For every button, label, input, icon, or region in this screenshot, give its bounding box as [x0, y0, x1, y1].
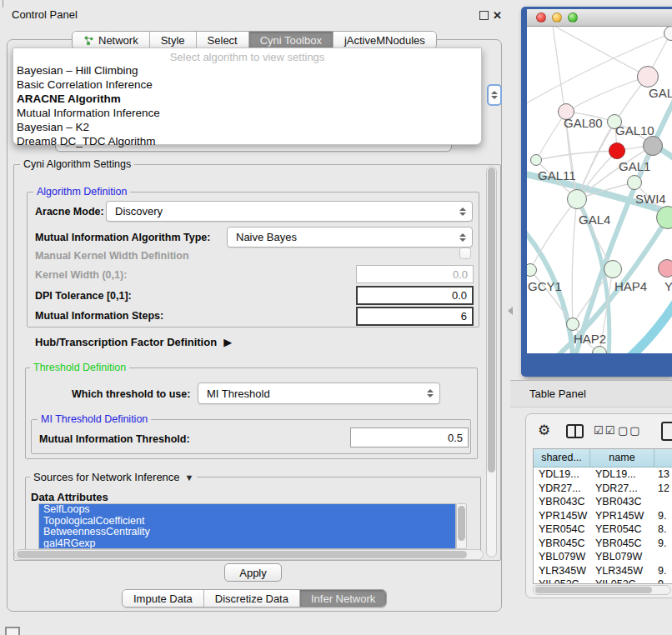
tab-jactivemnodules[interactable]: jActiveMNodules [333, 32, 436, 48]
manual-kernel-checkbox[interactable] [459, 248, 471, 259]
column-header-shared-name[interactable]: shared... [534, 449, 590, 467]
table-row[interactable]: YBR043CYBR043C [534, 495, 672, 509]
panel-splitter-handle[interactable] [508, 307, 513, 315]
table-row[interactable]: YPR145WYPR145W9. [534, 509, 672, 523]
attribute-item[interactable]: gal4RGexp [39, 538, 455, 550]
minimize-window-icon[interactable] [552, 12, 562, 22]
split-columns-icon[interactable] [566, 424, 584, 438]
network-node-red[interactable] [609, 142, 625, 159]
algorithm-option-basic-correlation[interactable]: Basic Correlation Inference [13, 78, 481, 92]
tab-infer-network[interactable]: Infer Network [300, 590, 386, 607]
kernel-width-field[interactable]: 0.0 [356, 265, 474, 283]
table-row[interactable]: YDL19...YDL19...13 [534, 468, 672, 482]
algorithm-option-mutual-information[interactable]: Mutual Information Inference [13, 106, 481, 120]
data-attributes-label: Data Attributes [31, 491, 108, 503]
table-row[interactable]: YER054CYER054C8. [534, 522, 672, 537]
expanded-arrow-icon: ▼ [185, 472, 194, 482]
attribute-item[interactable]: TopologicalCoefficient [39, 516, 455, 528]
network-window: GAL GAL80 GAL10 GAL11 GAL1 GAL4 SWI4 GCY… [521, 7, 672, 377]
float-panel-button[interactable] [479, 11, 489, 20]
column-header-clipped[interactable] [654, 449, 672, 467]
table-row[interactable]: YDR27...YDR27...12 [534, 482, 672, 496]
tab-cyni-toolbox[interactable]: Cyni Toolbox [249, 32, 333, 48]
control-panel-tabbar: Network Style Select Cyni Toolbox jActiv… [72, 31, 437, 49]
select-all-rows-icon[interactable]: ☑☑ [594, 424, 616, 437]
table-horizontal-scrollbar[interactable] [533, 585, 671, 595]
mi-threshold-field[interactable]: 0.5 [350, 428, 469, 448]
network-node[interactable] [637, 66, 659, 88]
network-canvas[interactable]: GAL GAL80 GAL10 GAL11 GAL1 GAL4 SWI4 GCY… [527, 27, 672, 353]
network-node-pink[interactable] [658, 259, 672, 278]
gear-icon[interactable]: ⚙ [538, 422, 550, 439]
node-label-clipped: Y [664, 279, 672, 293]
network-node-gal1[interactable] [627, 175, 642, 190]
table-row[interactable]: YIL052CYIL052C9 [534, 578, 672, 584]
network-node-gal11[interactable] [530, 154, 542, 166]
network-node-hap4[interactable] [604, 260, 622, 278]
table-horizontal-scrollbar-thumb[interactable] [535, 587, 652, 593]
dpi-tolerance-label: DPI Tolerance [0,1]: [35, 290, 132, 302]
table-panel-title: Table Panel [510, 381, 672, 400]
table-mode-icon[interactable] [661, 422, 672, 441]
mi-type-combo[interactable]: Naive Bayes [227, 227, 473, 248]
settings-horizontal-scrollbar[interactable] [14, 549, 484, 560]
mi-steps-field[interactable]: 6 [356, 307, 474, 326]
node-label-hap2: HAP2 [574, 332, 606, 346]
network-window-titlebar[interactable] [527, 9, 672, 27]
close-panel-button[interactable]: ✕ [493, 10, 502, 21]
sources-toggle[interactable]: Sources for Network Inference ▼ [30, 471, 197, 483]
data-attributes-list[interactable]: SelfLoops TopologicalCoefficient Between… [38, 503, 456, 549]
top-tick [3, 0, 3, 8]
close-window-icon[interactable] [536, 12, 546, 22]
network-node-hap2[interactable] [566, 318, 579, 331]
network-node-gray[interactable] [643, 136, 663, 156]
tab-style[interactable]: Style [150, 32, 197, 48]
node-label-hap4: HAP4 [614, 279, 647, 293]
algorithm-option-aracne[interactable]: ARACNE Algorithm [13, 92, 481, 106]
algorithm-option-bayesian-hill-climbing[interactable]: Bayesian – Hill Climbing [13, 63, 481, 78]
table-header-row: shared... name [534, 449, 672, 468]
column-header-name[interactable]: name [590, 449, 654, 467]
network-node-gal4[interactable] [567, 189, 587, 209]
bottom-tabbar: Impute Data Discretize Data Infer Networ… [122, 589, 387, 608]
settings-vertical-scrollbar-thumb[interactable] [488, 168, 495, 472]
tab-select[interactable]: Select [197, 32, 249, 48]
mi-type-label: Mutual Information Algorithm Type: [35, 232, 210, 243]
algorithm-option-bayesian-k2[interactable]: Bayesian – K2 [13, 120, 481, 134]
aracne-mode-value: Discovery [107, 205, 459, 218]
stepper-arrows-icon [426, 389, 434, 398]
table-panel-header: Table Panel [510, 380, 672, 408]
settings-vertical-scrollbar[interactable] [486, 166, 497, 558]
dpi-tolerance-field[interactable]: 0.0 [356, 286, 474, 305]
algorithm-option-dream8[interactable]: Dream8 DC_TDC Algorithm [13, 134, 481, 148]
app-root: Control Panel ✕ Network Style Select Cyn… [0, 0, 672, 635]
deselect-all-rows-icon[interactable]: ▢▢ [618, 424, 642, 437]
minimized-panel-icon[interactable] [5, 627, 20, 635]
attributes-list-scrollbar[interactable] [456, 503, 467, 549]
tab-impute-data[interactable]: Impute Data [123, 590, 204, 607]
attributes-list-scrollbar-thumb[interactable] [458, 506, 465, 541]
which-threshold-value: MI Threshold [198, 388, 426, 400]
settings-horizontal-scrollbar-thumb[interactable] [17, 551, 467, 558]
table-row[interactable]: YBR045CYBR045C9. [534, 537, 672, 551]
hidden-algorithm-combo-fragment[interactable] [487, 84, 502, 106]
control-panel-title: Control Panel [12, 8, 78, 21]
attribute-item[interactable]: SelfLoops [39, 504, 455, 516]
table-row[interactable]: YBL079WYBL079W [534, 550, 672, 564]
sources-title: Sources for Network Inference [33, 471, 180, 483]
which-threshold-combo[interactable]: MI Threshold [198, 382, 440, 404]
zoom-window-icon[interactable] [568, 12, 578, 22]
table-row[interactable]: YLR345WYLR345W9. [534, 564, 672, 578]
node-label-gal11: GAL11 [538, 168, 576, 182]
hub-definition-toggle[interactable]: Hub/Transcription Factor Definition ▶ [35, 336, 232, 348]
node-label-gal1: GAL1 [619, 159, 650, 173]
apply-button[interactable]: Apply [224, 563, 282, 582]
aracne-mode-combo[interactable]: Discovery [106, 201, 473, 222]
attribute-item[interactable]: BetweennessCentrality [39, 527, 455, 538]
tab-network[interactable]: Network [73, 32, 150, 48]
node-label-gal80: GAL80 [564, 116, 603, 130]
mi-type-value: Naive Bayes [228, 231, 459, 243]
kernel-width-label: Kernel Width (0,1): [35, 269, 127, 281]
threshold-definition-title: Threshold Definition [30, 362, 129, 373]
tab-discretize-data[interactable]: Discretize Data [204, 590, 300, 607]
